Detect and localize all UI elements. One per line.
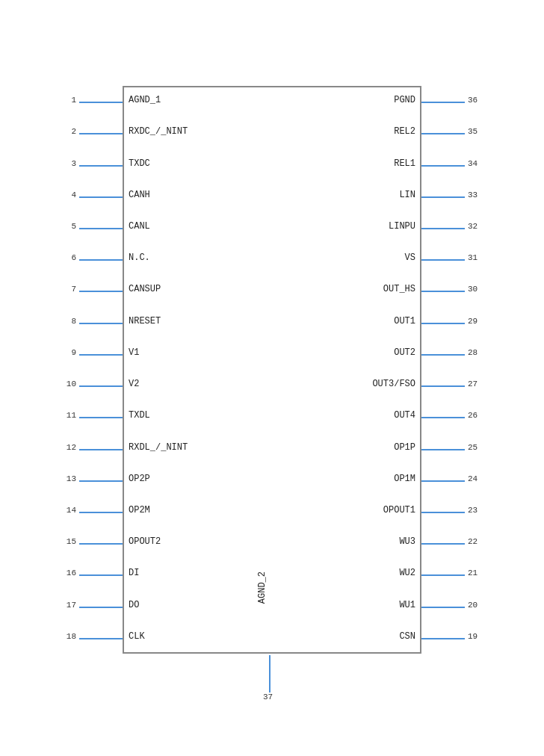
left-pin-line-4 xyxy=(79,196,123,198)
ic-wrapper: 1AGND_12RXDC_/_NINT3TXDC4CANH5CANL6N.C.7… xyxy=(55,86,489,698)
right-pin-label-36: PGND xyxy=(394,95,415,105)
left-pin-line-12 xyxy=(79,449,123,450)
right-pin-line-36 xyxy=(421,102,465,103)
left-pin-number-11: 11 xyxy=(55,411,76,420)
left-pin-label-4: CANH xyxy=(129,190,150,200)
left-pin-line-11 xyxy=(79,417,123,418)
right-pin-label-20: WU1 xyxy=(399,600,415,610)
diagram-container: 1AGND_12RXDC_/_NINT3TXDC4CANH5CANL6N.C.7… xyxy=(22,7,522,747)
left-pin-number-15: 15 xyxy=(55,537,76,546)
right-pin-label-22: WU3 xyxy=(399,536,415,547)
left-pin-number-16: 16 xyxy=(55,568,76,577)
right-pin-label-21: WU2 xyxy=(399,568,415,578)
right-pin-number-25: 25 xyxy=(468,443,489,452)
left-pin-line-16 xyxy=(79,574,123,576)
left-pin-label-7: CANSUP xyxy=(129,284,161,294)
left-pin-number-5: 5 xyxy=(55,222,76,231)
left-pin-number-18: 18 xyxy=(55,632,76,641)
left-pin-line-14 xyxy=(79,512,123,513)
left-pin-label-11: TXDL xyxy=(129,410,150,421)
left-pin-line-2 xyxy=(79,133,123,134)
right-pin-number-26: 26 xyxy=(468,411,489,420)
right-pin-label-24: OP1M xyxy=(394,474,415,484)
right-pin-number-29: 29 xyxy=(468,317,489,326)
right-pin-line-31 xyxy=(421,259,465,261)
right-pin-line-22 xyxy=(421,543,465,545)
left-pin-label-2: RXDC_/_NINT xyxy=(129,126,188,137)
left-pin-number-8: 8 xyxy=(55,317,76,326)
left-pin-number-14: 14 xyxy=(55,506,76,515)
left-pin-number-1: 1 xyxy=(55,96,76,105)
right-pin-number-23: 23 xyxy=(468,506,489,515)
left-pin-line-5 xyxy=(79,228,123,229)
right-pin-number-27: 27 xyxy=(468,379,489,388)
right-pin-label-32: LINPU xyxy=(389,221,415,232)
right-pin-line-21 xyxy=(421,574,465,576)
right-pin-label-35: REL2 xyxy=(394,126,415,137)
right-pin-number-31: 31 xyxy=(468,253,489,262)
right-pin-number-34: 34 xyxy=(468,159,489,168)
left-pin-number-4: 4 xyxy=(55,190,76,199)
left-pin-label-10: V2 xyxy=(129,379,139,389)
left-pin-line-6 xyxy=(79,259,123,261)
right-pin-line-27 xyxy=(421,385,465,387)
right-pin-line-23 xyxy=(421,512,465,513)
right-pin-number-21: 21 xyxy=(468,568,489,577)
right-pin-line-20 xyxy=(421,607,465,608)
left-pin-number-17: 17 xyxy=(55,601,76,610)
right-pin-label-28: OUT2 xyxy=(394,347,415,358)
right-pin-number-28: 28 xyxy=(468,348,489,357)
right-pin-number-24: 24 xyxy=(468,474,489,483)
right-pin-line-30 xyxy=(421,291,465,292)
right-pin-number-36: 36 xyxy=(468,96,489,105)
left-pin-label-6: N.C. xyxy=(129,252,150,263)
right-pin-line-35 xyxy=(421,133,465,134)
right-pin-number-22: 22 xyxy=(468,537,489,546)
right-pin-line-19 xyxy=(421,638,465,639)
left-pin-line-9 xyxy=(79,354,123,356)
ic-body xyxy=(123,86,421,654)
left-pin-number-3: 3 xyxy=(55,159,76,168)
right-pin-number-33: 33 xyxy=(468,190,489,199)
left-pin-number-13: 13 xyxy=(55,474,76,483)
right-pin-line-34 xyxy=(421,165,465,167)
left-pin-line-8 xyxy=(79,323,123,324)
left-pin-number-12: 12 xyxy=(55,443,76,452)
right-pin-label-23: OPOUT1 xyxy=(383,505,415,515)
agnd2-label: AGND_2 xyxy=(257,571,268,604)
right-pin-line-25 xyxy=(421,449,465,450)
right-pin-line-32 xyxy=(421,228,465,229)
right-pin-number-20: 20 xyxy=(468,601,489,610)
right-pin-label-30: OUT_HS xyxy=(383,284,415,294)
left-pin-label-8: NRESET xyxy=(129,316,161,326)
left-pin-label-3: TXDC xyxy=(129,158,150,169)
right-pin-label-31: VS xyxy=(405,252,415,263)
left-pin-label-13: OP2P xyxy=(129,474,150,484)
left-pin-line-17 xyxy=(79,607,123,608)
right-pin-label-34: REL1 xyxy=(394,158,415,169)
right-pin-number-30: 30 xyxy=(468,285,489,294)
right-pin-label-19: CSN xyxy=(399,631,415,642)
right-pin-line-28 xyxy=(421,354,465,356)
right-pin-line-29 xyxy=(421,323,465,324)
left-pin-label-9: V1 xyxy=(129,347,139,358)
left-pin-number-10: 10 xyxy=(55,379,76,388)
right-pin-line-33 xyxy=(421,196,465,198)
left-pin-label-5: CANL xyxy=(129,221,150,232)
left-pin-line-13 xyxy=(79,480,123,482)
left-pin-number-9: 9 xyxy=(55,348,76,357)
right-pin-label-29: OUT1 xyxy=(394,316,415,326)
left-pin-line-10 xyxy=(79,385,123,387)
bottom-pin-number: 37 xyxy=(263,693,273,701)
right-pin-label-25: OP1P xyxy=(394,442,415,453)
left-pin-label-15: OPOUT2 xyxy=(129,536,161,547)
left-pin-label-16: DI xyxy=(129,568,139,578)
right-pin-label-26: OUT4 xyxy=(394,410,415,421)
right-pin-line-26 xyxy=(421,417,465,418)
left-pin-line-3 xyxy=(79,165,123,167)
right-pin-label-27: OUT3/FSO xyxy=(372,379,415,389)
bottom-pin-line xyxy=(269,655,271,693)
right-pin-line-24 xyxy=(421,480,465,482)
left-pin-label-18: CLK xyxy=(129,631,145,642)
left-pin-label-12: RXDL_/_NINT xyxy=(129,442,188,453)
